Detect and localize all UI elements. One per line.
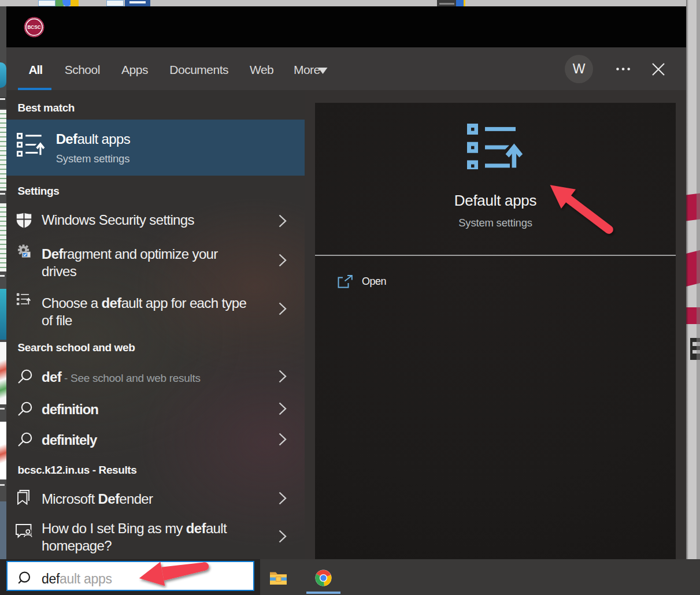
svg-text:BCSC: BCSC bbox=[27, 25, 40, 30]
